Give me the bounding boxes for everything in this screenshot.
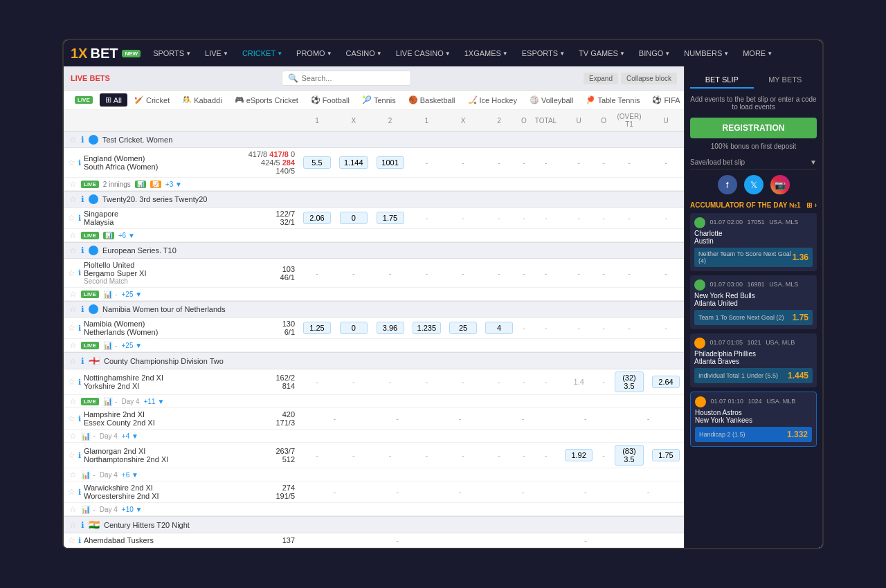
score: 103 46/1 — [244, 259, 299, 288]
star-icon[interactable]: ☆ — [68, 377, 75, 387]
odd-x[interactable]: 0 — [335, 208, 372, 229]
star-icon[interactable]: ☆ — [69, 304, 77, 314]
odd-2h[interactable]: 4 — [481, 318, 517, 339]
brand-logo[interactable]: 1XBET NEW — [71, 46, 141, 62]
filter-basketball[interactable]: 🏀 Basketball — [403, 93, 461, 107]
save-load-bet-slip[interactable]: Save/load bet slip ▼ — [690, 156, 817, 169]
odd-2[interactable]: 1001 — [372, 148, 408, 178]
odd-u[interactable]: 1.92 — [561, 443, 597, 468]
nav-esports[interactable]: ESPORTS ▼ — [516, 45, 570, 62]
more-bets-link[interactable]: +25 ▼ — [122, 291, 143, 298]
twitter-icon[interactable]: 𝕏 — [744, 175, 763, 194]
odd-2[interactable]: 3.96 — [372, 318, 408, 339]
star-icon[interactable]: ☆ — [69, 289, 77, 299]
filter-cricket[interactable]: 🏏 Cricket — [129, 93, 175, 107]
star-icon[interactable]: ☆ — [69, 135, 77, 145]
more-bets-link[interactable]: +6 ▼ — [118, 232, 135, 239]
odd-u: - — [561, 148, 597, 178]
odd-1[interactable]: 5.5 — [299, 148, 335, 178]
chevron-down-icon: ▼ — [767, 50, 772, 57]
expand-button[interactable]: Expand — [584, 73, 618, 84]
more-bets-link[interactable]: +6 ▼ — [122, 471, 138, 479]
star-icon[interactable]: ☆ — [68, 487, 75, 497]
odd-u2[interactable]: 1.75 — [648, 443, 684, 468]
nav-1xgames[interactable]: 1XGAMES ▼ — [459, 45, 514, 62]
grid-icon[interactable]: ⊞ — [806, 201, 812, 209]
baseball-icon — [695, 396, 706, 407]
star-icon[interactable]: ☆ — [69, 230, 77, 240]
odd-over-t1[interactable]: (83) 3.5 — [611, 443, 648, 468]
odd-over-t1[interactable]: (32) 3.5 — [611, 369, 648, 395]
odd-xh[interactable]: 25 — [445, 318, 481, 339]
chevron-down-icon: ▼ — [377, 50, 382, 57]
star-icon[interactable]: ☆ — [69, 520, 77, 530]
star-icon[interactable]: ☆ — [68, 158, 75, 167]
chevron-right-icon[interactable]: › — [815, 201, 817, 209]
accumulator-item-3: 01.07 01:05 1021 USA. MLB Philadelphia P… — [690, 333, 817, 387]
facebook-icon[interactable]: f — [718, 175, 737, 194]
odd-1h[interactable]: 1.235 — [408, 318, 446, 339]
day-label: Day 4 — [100, 471, 118, 479]
star-icon[interactable]: ☆ — [68, 450, 75, 460]
nav-more[interactable]: MORE ▼ — [737, 45, 778, 62]
nav-cricket[interactable]: CRICKET ▼ — [237, 45, 288, 62]
star-icon[interactable]: ☆ — [68, 414, 75, 423]
filter-tennis[interactable]: 🎾 Tennis — [356, 93, 401, 107]
star-icon[interactable]: ☆ — [68, 213, 75, 223]
acc-bet[interactable]: Neither Team To Score Next Goal (4) 1.36 — [694, 248, 813, 267]
nav-promo[interactable]: PROMO ▼ — [291, 45, 337, 62]
odd-u2[interactable]: 2.64 — [648, 369, 684, 395]
nav-casino[interactable]: CASINO ▼ — [341, 45, 388, 62]
odd-1[interactable]: 1.25 — [299, 318, 335, 339]
star-icon[interactable]: ☆ — [68, 268, 75, 278]
filter-fifa[interactable]: ⚽ FIFA — [647, 93, 684, 107]
star-icon[interactable]: ☆ — [69, 396, 77, 406]
filter-table-tennis[interactable]: 🏓 Table Tennis — [580, 93, 645, 107]
star-icon[interactable]: ☆ — [69, 470, 77, 479]
filter-kabaddi[interactable]: 🤼 Kabaddi — [177, 93, 227, 107]
odd-1[interactable]: 2.06 — [299, 208, 335, 229]
instagram-icon[interactable]: 📷 — [770, 175, 790, 194]
odd-x[interactable]: 1.144 — [335, 148, 372, 178]
star-icon[interactable]: ☆ — [69, 340, 77, 350]
filter-volleyball[interactable]: 🏐 Volleyball — [524, 93, 579, 107]
chart-icon: 📊 - — [103, 341, 118, 350]
star-icon[interactable]: ☆ — [69, 179, 77, 189]
register-button[interactable]: REGISTRATION — [690, 118, 817, 138]
star-icon[interactable]: ☆ — [68, 323, 75, 333]
section-european-series: ☆ ℹ European Series. T10 — [64, 242, 684, 259]
more-bets-link[interactable]: +11 ▼ — [144, 398, 165, 405]
odd-2[interactable]: 1.75 — [372, 208, 408, 229]
filter-football[interactable]: ⚽ Football — [305, 93, 355, 107]
collapse-block-button[interactable]: Collapse block — [621, 73, 677, 84]
filter-live-badge[interactable]: LIVE — [69, 94, 98, 106]
star-icon[interactable]: ☆ — [68, 535, 75, 545]
more-bets-link[interactable]: +25 ▼ — [122, 342, 143, 349]
star-icon[interactable]: ☆ — [69, 431, 77, 441]
tab-my-bets[interactable]: MY BETS — [754, 72, 817, 89]
acc-bet[interactable]: Individual Total 1 Under (5.5) 1.445 — [694, 368, 813, 383]
nav-bingo[interactable]: BINGO ▼ — [633, 45, 676, 62]
star-icon[interactable]: ☆ — [69, 356, 77, 366]
odd-x[interactable]: 0 — [335, 318, 372, 339]
nav-tv-games[interactable]: TV GAMES ▼ — [573, 45, 631, 62]
tab-bet-slip[interactable]: BET SLIP — [690, 72, 754, 89]
nav-live[interactable]: LIVE ▼ — [199, 45, 234, 62]
star-icon[interactable]: ☆ — [69, 194, 77, 204]
info-icon: ℹ — [78, 451, 81, 460]
search-box[interactable]: 🔍 — [282, 71, 411, 86]
acc-bet[interactable]: Team 1 To Score Next Goal (2) 1.75 — [694, 310, 813, 325]
star-icon[interactable]: ☆ — [69, 504, 77, 514]
nav-live-casino[interactable]: LIVE CASINO ▼ — [390, 45, 456, 62]
acc-bet[interactable]: Handicap 2 (1.5) 1.332 — [695, 427, 812, 442]
nav-sports[interactable]: SPORTS ▼ — [147, 45, 197, 62]
more-bets-link[interactable]: +10 ▼ — [122, 506, 143, 513]
more-bets-link[interactable]: +3 ▼ — [165, 181, 182, 188]
more-bets-link[interactable]: +4 ▼ — [122, 432, 138, 440]
filter-all[interactable]: ⊞ All — [100, 93, 127, 107]
filter-ice-hockey[interactable]: 🏒 Ice Hockey — [462, 93, 523, 107]
nav-numbers[interactable]: NUMBERS ▼ — [678, 45, 734, 62]
star-icon[interactable]: ☆ — [69, 246, 77, 255]
filter-esports-cricket[interactable]: 🎮 eSports Cricket — [229, 93, 304, 107]
search-input[interactable] — [301, 74, 405, 82]
